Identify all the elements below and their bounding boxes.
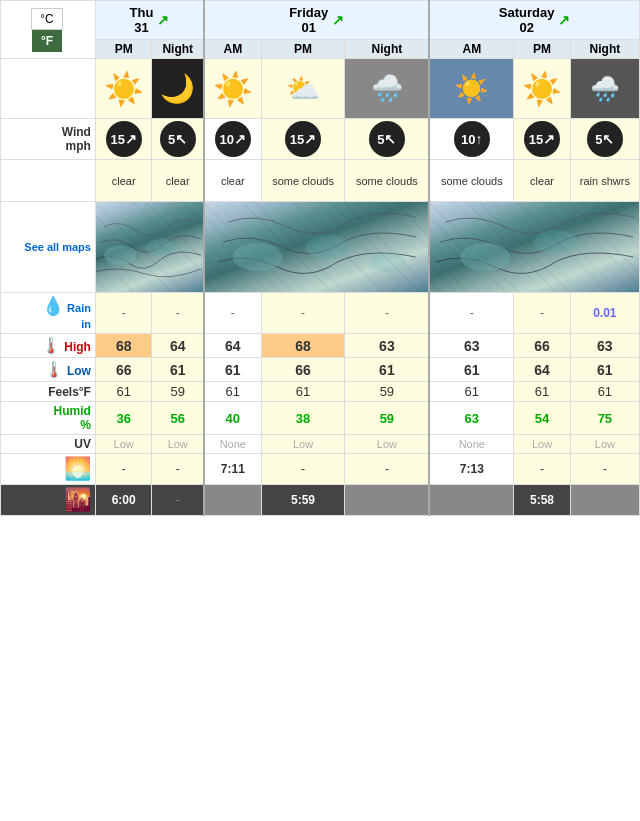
- thu-header: Thu 31 ↗: [95, 1, 204, 40]
- sat-expand-icon[interactable]: ↗: [558, 12, 570, 28]
- fri-night-icon-cell: 🌧️: [345, 59, 429, 119]
- see-all-maps-link[interactable]: See all maps: [24, 241, 91, 253]
- sat-am-sunrise: 7:13: [429, 454, 513, 485]
- sat-pm-wind: 15↗: [514, 119, 570, 160]
- thu-date: 31: [130, 20, 154, 35]
- fri-night-weather-icon: 🌧️: [371, 73, 403, 103]
- fri-date: 01: [289, 20, 328, 35]
- fri-night-high: 63: [345, 334, 429, 358]
- fri-night-feels: 59: [345, 382, 429, 402]
- thu-night-condition: clear: [152, 160, 204, 202]
- svg-point-1: [146, 239, 175, 255]
- svg-point-6: [534, 230, 578, 254]
- thu-night-feels: 59: [152, 382, 204, 402]
- fri-am-high: 64: [204, 334, 261, 358]
- fri-map: [204, 202, 429, 293]
- sat-night-uv: Low: [570, 435, 639, 454]
- thu-day: Thu: [130, 5, 154, 20]
- svg-point-2: [233, 243, 283, 271]
- uv-label-cell: UV: [1, 435, 96, 454]
- fri-pm-icon-cell: ⛅: [261, 59, 345, 119]
- sat-header: Saturday 02 ↗: [429, 1, 639, 40]
- fri-night-low: 61: [345, 358, 429, 382]
- svg-point-4: [370, 252, 406, 272]
- fri-am-rain: -: [204, 293, 261, 334]
- fri-night-sunrise: -: [345, 454, 429, 485]
- rain-label-cell: 💧 Rain in: [1, 293, 96, 334]
- feels-label-cell: Feels°F: [1, 382, 96, 402]
- thu-pm-wind-circle: 15↗: [106, 121, 142, 157]
- sat-night-wind: 5↖: [570, 119, 639, 160]
- sat-am-weather-icon: ☀️: [454, 73, 489, 104]
- sat-pm-feels: 61: [514, 382, 570, 402]
- sat-night-high: 63: [570, 334, 639, 358]
- thu-expand-icon[interactable]: ↗: [157, 12, 169, 28]
- sat-night-wind-circle: 5↖: [587, 121, 623, 157]
- fri-pm-low: 66: [261, 358, 345, 382]
- thu-pm-wind: 15↗: [95, 119, 151, 160]
- thu-night-wind-circle: 5↖: [160, 121, 196, 157]
- fri-am-feels: 61: [204, 382, 261, 402]
- celsius-button[interactable]: °C: [31, 8, 62, 30]
- sat-night-weather-icon: 🌧️: [590, 75, 620, 102]
- fri-pm-uv: Low: [261, 435, 345, 454]
- thu-night-humid: 56: [152, 402, 204, 435]
- sat-date: 02: [499, 20, 555, 35]
- see-all-maps-cell[interactable]: See all maps: [1, 202, 96, 293]
- high-label: High: [64, 340, 91, 354]
- thu-pm-header: PM: [95, 40, 151, 59]
- thu-night-uv: Low: [152, 435, 204, 454]
- sat-pm-sunrise: -: [514, 454, 570, 485]
- fri-am-wind-circle: 10↗: [215, 121, 251, 157]
- sat-night-humid: 75: [570, 402, 639, 435]
- sat-night-low: 61: [570, 358, 639, 382]
- fahrenheit-button[interactable]: °F: [32, 30, 62, 52]
- uv-label: UV: [74, 437, 91, 451]
- fri-night-wind-circle: 5↖: [369, 121, 405, 157]
- thu-night-icon-cell: 🌙: [152, 59, 204, 119]
- fri-am-weather-icon: ☀️: [213, 71, 253, 107]
- fri-header: Friday 01 ↗: [204, 1, 429, 40]
- sat-am-header: AM: [429, 40, 513, 59]
- fri-pm-feels: 61: [261, 382, 345, 402]
- sat-am-feels: 61: [429, 382, 513, 402]
- sat-night-feels: 61: [570, 382, 639, 402]
- fri-am-sunset: -: [204, 485, 261, 516]
- thu-pm-sunrise: -: [95, 454, 151, 485]
- thu-pm-high: 68: [95, 334, 151, 358]
- wind-label-cell: Windmph: [1, 119, 96, 160]
- fri-pm-high: 68: [261, 334, 345, 358]
- fri-am-header: AM: [204, 40, 261, 59]
- thu-night-sunrise: -: [152, 454, 204, 485]
- thermometer-high-icon: 🌡️: [41, 337, 61, 354]
- fri-night-header: Night: [345, 40, 429, 59]
- wind-label: Windmph: [62, 125, 91, 153]
- sat-am-humid: 63: [429, 402, 513, 435]
- fri-night-wind: 5↖: [345, 119, 429, 160]
- sunset-label-cell: 🌇: [1, 485, 96, 516]
- sat-pm-condition: clear: [514, 160, 570, 202]
- sat-pm-sunset: 5:58: [514, 485, 570, 516]
- thu-night-weather-icon: 🌙: [160, 73, 195, 104]
- fri-expand-icon[interactable]: ↗: [332, 12, 344, 28]
- humid-label: Humid%: [54, 404, 91, 432]
- sat-am-icon-cell: ☀️: [429, 59, 513, 119]
- fri-night-sunset: -: [345, 485, 429, 516]
- sat-am-rain: -: [429, 293, 513, 334]
- fri-night-condition: some clouds: [345, 160, 429, 202]
- sat-pm-humid: 54: [514, 402, 570, 435]
- fri-night-rain: -: [345, 293, 429, 334]
- fri-pm-header: PM: [261, 40, 345, 59]
- fri-am-icon-cell: ☀️: [204, 59, 261, 119]
- fri-night-uv: Low: [345, 435, 429, 454]
- thu-pm-rain: -: [95, 293, 151, 334]
- low-label-cell: 🌡️ Low: [1, 358, 96, 382]
- rain-label: Rain in: [67, 302, 91, 330]
- sat-pm-uv: Low: [514, 435, 570, 454]
- thu-pm-sunset: 6:00: [95, 485, 151, 516]
- sat-am-sunset: -: [429, 485, 513, 516]
- fri-am-sunrise: 7:11: [204, 454, 261, 485]
- unit-toggle: °C °F: [1, 1, 96, 59]
- humid-label-cell: Humid%: [1, 402, 96, 435]
- sat-night-sunrise: -: [570, 454, 639, 485]
